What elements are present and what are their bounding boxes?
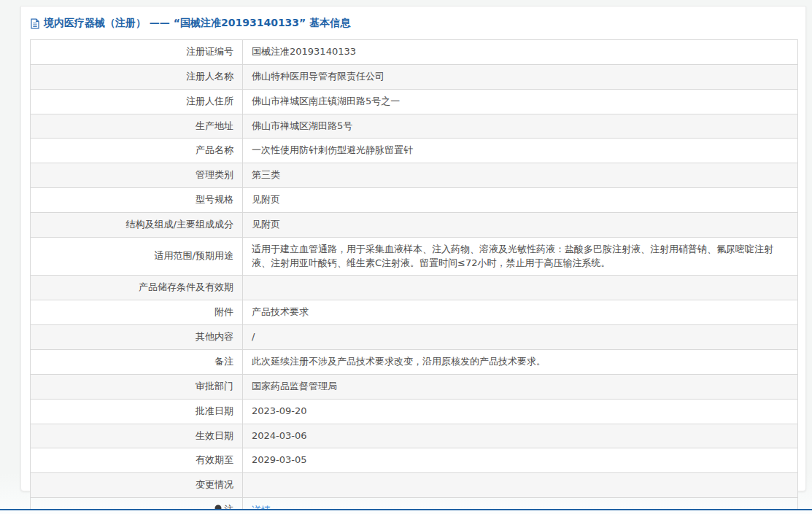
row-value: 见附页 xyxy=(243,188,798,213)
row-value: 此次延续注册不涉及产品技术要求改变，沿用原核发的产品技术要求。 xyxy=(243,349,798,374)
row-value: 佛山特种医用导管有限责任公司 xyxy=(243,64,798,89)
row-value: 一次性使用防针刺伤型避光静脉留置针 xyxy=(243,139,798,163)
row-label: 注册人名称 xyxy=(31,64,243,89)
page-title-text: 境内医疗器械（注册） —— “国械注准20193140133” 基本信息 xyxy=(44,17,350,30)
table-row: 注册人住所佛山市禅城区南庄镇湖田路5号之一 xyxy=(31,89,798,114)
row-value: 2023-09-20 xyxy=(243,399,798,424)
table-row: 生产地址佛山市禅城区湖田路5号 xyxy=(31,114,798,139)
row-label: 产品储存条件及有效期 xyxy=(31,276,243,300)
row-label: 型号规格 xyxy=(31,188,243,213)
table-row: 注册证编号国械注准20193140133 xyxy=(31,40,798,65)
row-label: 产品名称 xyxy=(31,139,243,163)
row-value: 第三类 xyxy=(243,163,798,188)
row-value: 佛山市禅城区湖田路5号 xyxy=(243,114,798,139)
row-value: 2029-03-05 xyxy=(243,448,798,473)
row-value: 产品技术要求 xyxy=(243,300,798,325)
row-label: 附件 xyxy=(31,300,243,325)
row-label: 结构及组成/主要组成成分 xyxy=(31,212,243,237)
document-icon xyxy=(30,18,40,29)
row-label: 适用范围/预期用途 xyxy=(31,237,243,276)
page-title: 境内医疗器械（注册） —— “国械注准20193140133” 基本信息 xyxy=(21,7,805,39)
table-row: 型号规格见附页 xyxy=(31,188,798,213)
info-table: 注册证编号国械注准20193140133注册人名称佛山特种医用导管有限责任公司注… xyxy=(30,39,798,514)
row-value: 佛山市禅城区南庄镇湖田路5号之一 xyxy=(243,89,798,114)
row-label: 注册人住所 xyxy=(31,89,243,114)
row-value xyxy=(243,276,798,300)
row-label: 变更情况 xyxy=(31,473,243,498)
table-row: 有效期至2029-03-05 xyxy=(31,448,798,473)
content-panel: 境内医疗器械（注册） —— “国械注准20193140133” 基本信息 注册证… xyxy=(20,6,806,491)
row-value: 适用于建立血管通路，用于采集血液样本、注入药物、溶液及光敏性药液：盐酸多巴胺注射… xyxy=(243,237,798,276)
table-row: 附件产品技术要求 xyxy=(31,300,798,325)
page: 境内医疗器械（注册） —— “国械注准20193140133” 基本信息 注册证… xyxy=(0,0,812,514)
table-row: 结构及组成/主要组成成分见附页 xyxy=(31,212,798,237)
row-label: 备注 xyxy=(31,349,243,374)
row-value: 2024-03-06 xyxy=(243,424,798,448)
table-row: 审批部门国家药品监督管理局 xyxy=(31,374,798,399)
row-label: 批准日期 xyxy=(31,399,243,424)
table-row: 产品名称一次性使用防针刺伤型避光静脉留置针 xyxy=(31,139,798,163)
row-label: 生产地址 xyxy=(31,114,243,139)
row-value xyxy=(243,473,798,498)
row-label: 其他内容 xyxy=(31,325,243,350)
row-label: 注册证编号 xyxy=(31,40,243,65)
table-row: 产品储存条件及有效期 xyxy=(31,276,798,300)
row-label: 管理类别 xyxy=(31,163,243,188)
table-row: 备注此次延续注册不涉及产品技术要求改变，沿用原核发的产品技术要求。 xyxy=(31,349,798,374)
table-row: 生效日期2024-03-06 xyxy=(31,424,798,448)
table-row: 变更情况 xyxy=(31,473,798,498)
row-label: 有效期至 xyxy=(31,448,243,473)
row-value: 见附页 xyxy=(243,212,798,237)
row-label: 审批部门 xyxy=(31,374,243,399)
table-row: 注册人名称佛山特种医用导管有限责任公司 xyxy=(31,64,798,89)
row-value: 国械注准20193140133 xyxy=(243,40,798,65)
row-label: 生效日期 xyxy=(31,424,243,448)
table-row: 管理类别第三类 xyxy=(31,163,798,188)
table-row: 其他内容/ xyxy=(31,325,798,350)
table-row: 批准日期2023-09-20 xyxy=(31,399,798,424)
row-value: / xyxy=(243,325,798,350)
row-value: 国家药品监督管理局 xyxy=(243,374,798,399)
footer-divider xyxy=(0,509,812,514)
table-row: 适用范围/预期用途适用于建立血管通路，用于采集血液样本、注入药物、溶液及光敏性药… xyxy=(31,237,798,276)
